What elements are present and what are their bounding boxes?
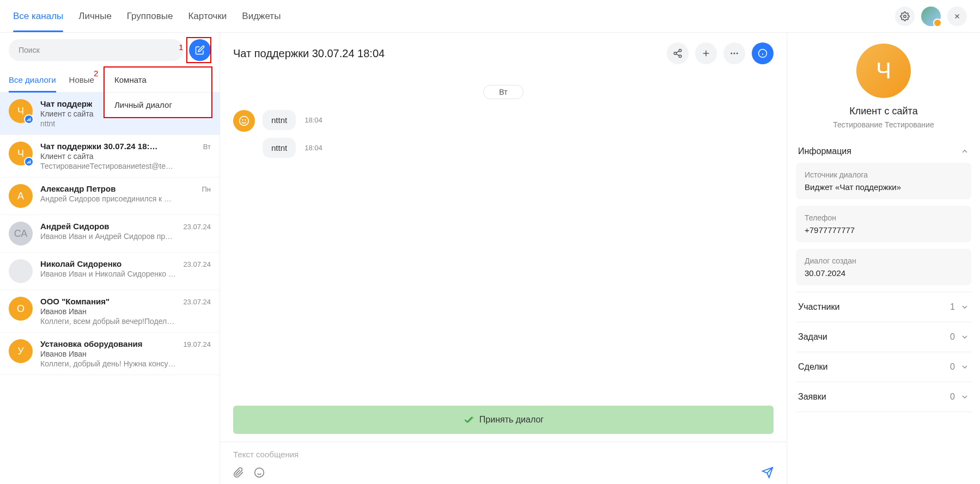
info-value: Виджет «Чат поддержки» bbox=[805, 182, 963, 192]
topnav-item[interactable]: Карточки bbox=[188, 1, 227, 32]
topnav-item[interactable]: Групповые bbox=[127, 1, 173, 32]
dialog-title: Александр Петров bbox=[40, 184, 115, 193]
user-avatar[interactable] bbox=[921, 7, 941, 26]
chat-title: Чат поддержки 30.07.24 18:04 bbox=[233, 47, 385, 60]
search-input[interactable] bbox=[9, 39, 184, 61]
svg-point-24 bbox=[245, 119, 246, 121]
dialog-title: Установка оборудования bbox=[40, 339, 143, 348]
svg-point-9 bbox=[679, 50, 681, 52]
gear-icon bbox=[900, 11, 910, 21]
topnav: Все каналыЛичныеГрупповыеКарточкиВиджеты bbox=[13, 1, 281, 32]
accept-dialog-button[interactable]: Принять диалог bbox=[233, 406, 774, 434]
send-button[interactable] bbox=[762, 467, 774, 479]
chat-panel: Чат поддержки 30.07.24 18:04 Вт nttnt18:… bbox=[220, 33, 787, 484]
dialog-title: Андрей Сидоров bbox=[40, 222, 109, 231]
dropdown-item-private[interactable]: Личный диалог bbox=[105, 92, 211, 117]
plus-icon bbox=[701, 48, 711, 58]
dialog-avatar: СА bbox=[9, 222, 33, 246]
compose-icon bbox=[195, 45, 205, 55]
share-button[interactable] bbox=[667, 42, 689, 64]
info-button[interactable] bbox=[752, 42, 774, 64]
chevron-down-icon bbox=[960, 303, 969, 311]
info-card: Телефон+7977777777 bbox=[796, 206, 971, 242]
dialog-preview: nttnt bbox=[40, 119, 211, 128]
section-header[interactable]: Участники1 bbox=[796, 296, 971, 318]
dialog-title: Чат поддержки 30.07.24 18:… bbox=[40, 142, 158, 151]
topnav-item[interactable]: Личные bbox=[78, 1, 112, 32]
message-bubble: nttnt bbox=[263, 138, 296, 158]
svg-point-22 bbox=[240, 117, 249, 126]
dialog-preview: Иванов Иван и Николай Сидоренко … bbox=[40, 269, 211, 278]
chevron-down-icon bbox=[960, 363, 969, 371]
dialog-item[interactable]: УУстановка оборудования19.07.24Иванов Ив… bbox=[0, 333, 220, 375]
section-header[interactable]: Задачи0 bbox=[796, 326, 971, 348]
svg-rect-8 bbox=[30, 161, 31, 164]
svg-line-12 bbox=[676, 54, 679, 56]
section-header[interactable]: Сделки0 bbox=[796, 356, 971, 378]
dialog-title: Чат поддерж bbox=[40, 99, 92, 108]
dialog-time: Пн bbox=[202, 185, 211, 193]
info-icon bbox=[758, 48, 768, 58]
dialog-time: 23.07.24 bbox=[183, 298, 211, 306]
dialog-preview: ТестированиеТестированиеtest@te… bbox=[40, 162, 211, 170]
dialog-time: 23.07.24 bbox=[183, 260, 211, 268]
dialog-avatar: О bbox=[9, 297, 33, 321]
message-avatar bbox=[233, 110, 255, 132]
dialog-list[interactable]: ЧЧат поддержКлиент с сайтаnttntЧЧат подд… bbox=[0, 93, 220, 484]
chevron-up-icon bbox=[960, 147, 969, 156]
composer bbox=[220, 442, 787, 484]
subnav-item[interactable]: Новые bbox=[69, 68, 94, 92]
dialog-item[interactable]: ААлександр ПетровПнАндрей Сидоров присое… bbox=[0, 177, 220, 215]
dialog-item[interactable]: ОООО "Компания"23.07.24Иванов ИванКоллег… bbox=[0, 290, 220, 333]
info-panel[interactable]: Ч Клиент с сайта Тестирование Тестирован… bbox=[787, 33, 980, 484]
dropdown-item-room[interactable]: Комната bbox=[105, 68, 211, 92]
dialog-item[interactable]: Николай Сидоренко23.07.24Иванов Иван и Н… bbox=[0, 253, 220, 290]
dialog-avatar: Ч bbox=[9, 142, 33, 166]
dialog-sub: Иванов Иван bbox=[40, 350, 211, 358]
add-button[interactable] bbox=[695, 42, 717, 64]
client-subtitle: Тестирование Тестирование bbox=[796, 120, 971, 129]
dialog-item[interactable]: ЧЧат поддержки 30.07.24 18:…ВтКлиент с с… bbox=[0, 135, 220, 177]
emoji-button[interactable] bbox=[254, 467, 265, 478]
svg-rect-6 bbox=[27, 162, 28, 164]
more-button[interactable] bbox=[723, 42, 745, 64]
attach-button[interactable] bbox=[233, 467, 244, 478]
dialog-avatar bbox=[9, 259, 33, 283]
dialog-item[interactable]: СААндрей Сидоров23.07.24Иванов Иван и Ан… bbox=[0, 215, 220, 253]
dialog-time: Вт bbox=[203, 143, 211, 151]
annotation-label-2: 2 bbox=[94, 69, 98, 78]
info-card: Диалог создан30.07.2024 bbox=[796, 249, 971, 285]
sidebar: 1 2 Комната Личный диалог Все диалогиНов… bbox=[0, 33, 220, 484]
section-information[interactable]: Информация bbox=[796, 140, 971, 163]
close-button[interactable] bbox=[947, 7, 967, 26]
compose-dropdown: Комната Личный диалог bbox=[104, 66, 212, 118]
settings-button[interactable] bbox=[895, 7, 915, 26]
info-label: Диалог создан bbox=[805, 256, 963, 265]
svg-point-0 bbox=[904, 15, 906, 17]
dialog-sub: Иванов Иван bbox=[40, 307, 211, 316]
svg-rect-3 bbox=[27, 120, 28, 121]
svg-point-17 bbox=[734, 53, 735, 54]
dialog-preview: Коллеги, добрый день! Нужна консу… bbox=[40, 359, 211, 368]
section-header[interactable]: Заявки0 bbox=[796, 385, 971, 408]
svg-point-16 bbox=[731, 53, 732, 54]
client-avatar: Ч bbox=[856, 44, 911, 98]
annotation-label-1: 1 bbox=[179, 42, 183, 52]
message-input[interactable] bbox=[233, 450, 774, 459]
topnav-item[interactable]: Виджеты bbox=[242, 1, 281, 32]
chevron-down-icon bbox=[960, 393, 969, 401]
compose-button[interactable] bbox=[189, 39, 211, 61]
svg-point-25 bbox=[255, 468, 264, 477]
info-value: +7977777777 bbox=[805, 225, 963, 235]
chat-body[interactable]: Вт nttnt18:04nttnt18:04 bbox=[220, 74, 787, 406]
accept-label: Принять диалог bbox=[479, 415, 544, 425]
svg-point-18 bbox=[736, 53, 738, 54]
topnav-item[interactable]: Все каналы bbox=[13, 1, 63, 32]
subnav-item[interactable]: Все диалоги bbox=[9, 68, 56, 92]
dialog-avatar: У bbox=[9, 339, 33, 363]
dialog-sub: Клиент с сайта bbox=[40, 152, 211, 161]
bot-icon bbox=[239, 115, 249, 126]
check-icon bbox=[463, 414, 474, 425]
svg-rect-5 bbox=[30, 118, 31, 121]
svg-rect-7 bbox=[28, 161, 29, 163]
